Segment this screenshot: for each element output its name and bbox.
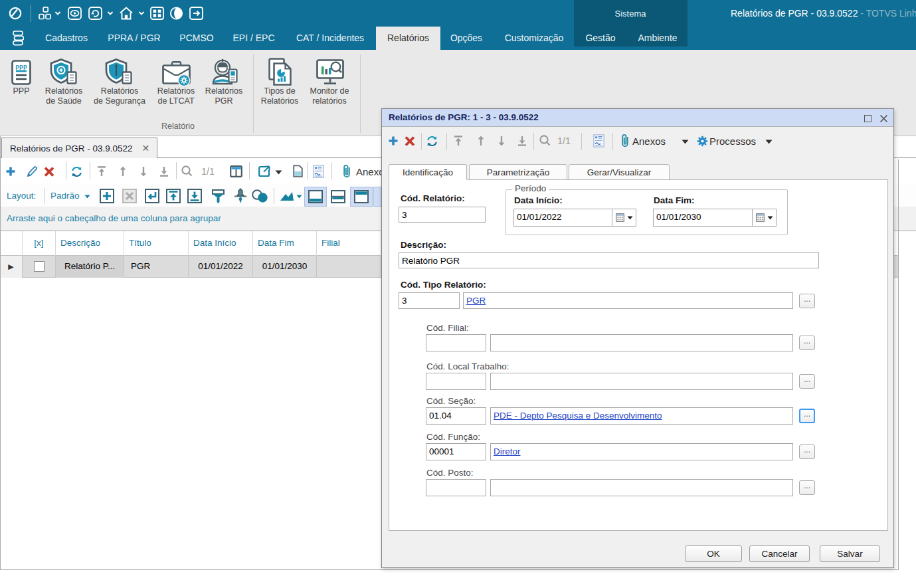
svg-text:ppp: ppp bbox=[15, 62, 27, 70]
